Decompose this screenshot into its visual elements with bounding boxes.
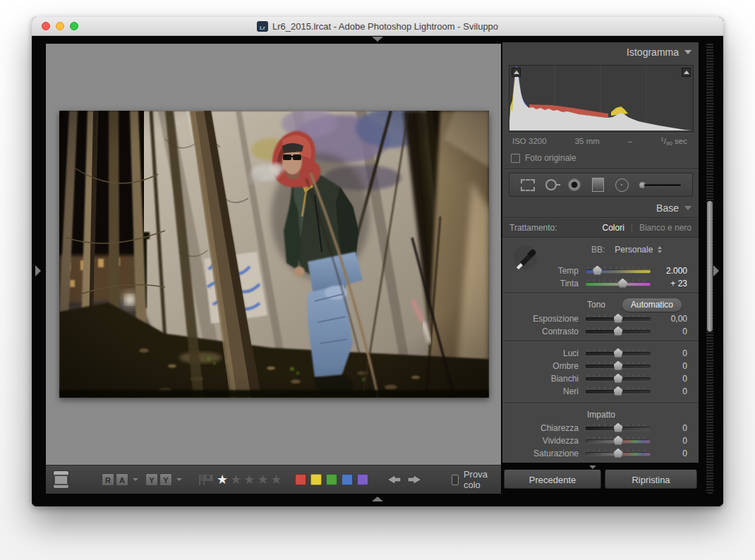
color-label-green[interactable] bbox=[326, 474, 337, 485]
previous-photo-arrow-icon[interactable] bbox=[386, 474, 401, 485]
develop-canvas[interactable] bbox=[46, 44, 501, 465]
presence-section: Impatto Chiarezza 0 Vividezza 0 Sat bbox=[502, 403, 699, 463]
temp-slider-thumb[interactable] bbox=[593, 266, 602, 275]
before-after-y1-button[interactable]: Y bbox=[145, 473, 158, 486]
clarity-slider-label: Chiarezza bbox=[502, 423, 586, 433]
whites-slider-thumb[interactable] bbox=[614, 374, 623, 383]
reference-view-r-button[interactable]: R bbox=[102, 473, 114, 486]
treatment-color-option[interactable]: Colori bbox=[602, 223, 624, 233]
wb-preset-value[interactable]: Personale bbox=[615, 245, 653, 255]
saturation-slider-value: 0 bbox=[651, 449, 699, 458]
vibrance-slider-label: Vividezza bbox=[502, 436, 586, 446]
panel-collapse-triangle-icon[interactable] bbox=[684, 50, 691, 54]
top-panel-collapse-arrow[interactable] bbox=[372, 37, 383, 42]
star-rating[interactable] bbox=[217, 473, 282, 486]
highlight-clipping-indicator[interactable] bbox=[682, 68, 691, 77]
panel-divider bbox=[502, 169, 699, 169]
whites-slider-track[interactable] bbox=[586, 377, 651, 381]
right-panel-scrollbar[interactable] bbox=[706, 42, 713, 494]
shadows-slider-thumb[interactable] bbox=[614, 361, 623, 370]
spot-removal-tool-icon[interactable] bbox=[545, 179, 557, 190]
exposure-slider-track[interactable] bbox=[586, 317, 651, 321]
radial-filter-tool-icon[interactable] bbox=[615, 178, 629, 192]
star-icon[interactable] bbox=[243, 473, 255, 486]
reference-view-a-button[interactable]: A bbox=[116, 473, 128, 486]
treatment-bw-option[interactable]: Bianco e nero bbox=[639, 223, 691, 233]
right-column-bottom-collapse-arrow[interactable] bbox=[589, 465, 596, 469]
shadows-slider-row: Ombre 0 bbox=[502, 360, 699, 372]
title-bar[interactable]: Lr Lr6_2015.lrcat - Adobe Photoshop Ligh… bbox=[32, 17, 723, 36]
close-button[interactable] bbox=[42, 22, 50, 30]
star-icon[interactable] bbox=[217, 473, 228, 486]
aperture-value: – bbox=[628, 137, 632, 145]
wb-preset-stepper-icon[interactable] bbox=[658, 246, 662, 253]
color-label-purple[interactable] bbox=[357, 474, 368, 485]
tint-slider-thumb[interactable] bbox=[618, 279, 627, 288]
chevron-down-icon[interactable] bbox=[133, 478, 138, 481]
soft-proofing-label: Prova colo bbox=[464, 469, 491, 490]
tint-slider-track[interactable] bbox=[586, 282, 651, 286]
contrast-slider-track[interactable] bbox=[586, 330, 651, 334]
zoom-button[interactable] bbox=[70, 22, 78, 30]
loupe-view-icon bbox=[54, 475, 68, 485]
chevron-down-icon[interactable] bbox=[176, 478, 182, 481]
histogram[interactable] bbox=[509, 65, 694, 133]
develop-toolbar: R A Y Y × bbox=[46, 465, 501, 494]
temp-slider-row: Temp 2.000 bbox=[502, 264, 699, 277]
reset-button[interactable]: Ripristina bbox=[605, 470, 697, 489]
shadow-clipping-indicator[interactable] bbox=[512, 68, 521, 77]
right-panel-scrollbar-thumb[interactable] bbox=[707, 201, 713, 331]
exposure-slider-value: 0,00 bbox=[651, 314, 699, 324]
red-eye-tool-icon[interactable] bbox=[568, 178, 581, 191]
highlights-slider-track[interactable] bbox=[586, 352, 651, 355]
histogram-panel-header[interactable]: Istogramma bbox=[502, 42, 699, 62]
histogram-panel-title: Istogramma bbox=[627, 47, 679, 58]
vibrance-slider-value: 0 bbox=[651, 436, 699, 446]
temp-slider-track[interactable] bbox=[586, 269, 651, 273]
left-panel-collapse-arrow[interactable] bbox=[35, 265, 41, 276]
star-icon[interactable] bbox=[271, 473, 282, 486]
reference-view-group[interactable]: R A bbox=[102, 473, 138, 486]
clarity-slider-value: 0 bbox=[651, 423, 699, 433]
loupe-view-button[interactable] bbox=[53, 470, 69, 489]
star-icon[interactable] bbox=[257, 473, 268, 486]
original-photo-checkbox[interactable] bbox=[511, 154, 520, 163]
crop-tool-icon[interactable] bbox=[521, 179, 535, 191]
histogram-graph bbox=[509, 66, 691, 130]
shadows-slider-track[interactable] bbox=[586, 365, 651, 368]
before-after-view-group[interactable]: Y Y bbox=[145, 473, 182, 486]
wb-label: BB: bbox=[591, 245, 605, 255]
filmstrip-collapse-arrow[interactable] bbox=[372, 497, 383, 501]
before-after-y2-button[interactable]: Y bbox=[159, 473, 172, 486]
adjustment-brush-tool-icon[interactable] bbox=[639, 182, 681, 188]
previous-button[interactable]: Precedente bbox=[504, 470, 601, 489]
panel-collapse-triangle-icon[interactable] bbox=[684, 206, 691, 210]
base-panel-header[interactable]: Base bbox=[502, 200, 699, 217]
auto-tone-button[interactable]: Automatico bbox=[622, 298, 682, 312]
next-photo-arrow-icon[interactable] bbox=[407, 474, 423, 485]
graduated-filter-tool-icon[interactable] bbox=[592, 178, 604, 192]
soft-proofing-checkbox[interactable] bbox=[452, 475, 459, 485]
blacks-slider-value: 0 bbox=[651, 386, 699, 396]
saturation-slider-thumb[interactable] bbox=[614, 449, 623, 458]
color-label-blue[interactable] bbox=[342, 474, 353, 485]
vibrance-slider-track[interactable] bbox=[586, 439, 651, 443]
highlights-slider-thumb[interactable] bbox=[614, 348, 623, 358]
clarity-slider-track[interactable] bbox=[586, 427, 651, 430]
color-label-yellow[interactable] bbox=[310, 474, 322, 485]
contrast-slider-thumb[interactable] bbox=[614, 327, 623, 336]
blacks-slider-track[interactable] bbox=[586, 390, 651, 394]
color-label-red[interactable] bbox=[295, 474, 306, 485]
minimize-button[interactable] bbox=[56, 22, 64, 30]
blacks-slider-thumb[interactable] bbox=[614, 386, 623, 396]
saturation-slider-track[interactable] bbox=[586, 452, 651, 456]
exposure-slider-thumb[interactable] bbox=[614, 314, 623, 323]
right-panel-collapse-arrow[interactable] bbox=[713, 265, 719, 276]
tool-strip bbox=[509, 173, 693, 197]
vibrance-slider-thumb[interactable] bbox=[614, 436, 623, 445]
clarity-slider-thumb[interactable] bbox=[614, 423, 623, 432]
photo-preview[interactable] bbox=[59, 111, 489, 398]
color-labels[interactable] bbox=[295, 474, 368, 485]
photo-navigation bbox=[386, 474, 423, 485]
star-icon[interactable] bbox=[230, 473, 241, 486]
